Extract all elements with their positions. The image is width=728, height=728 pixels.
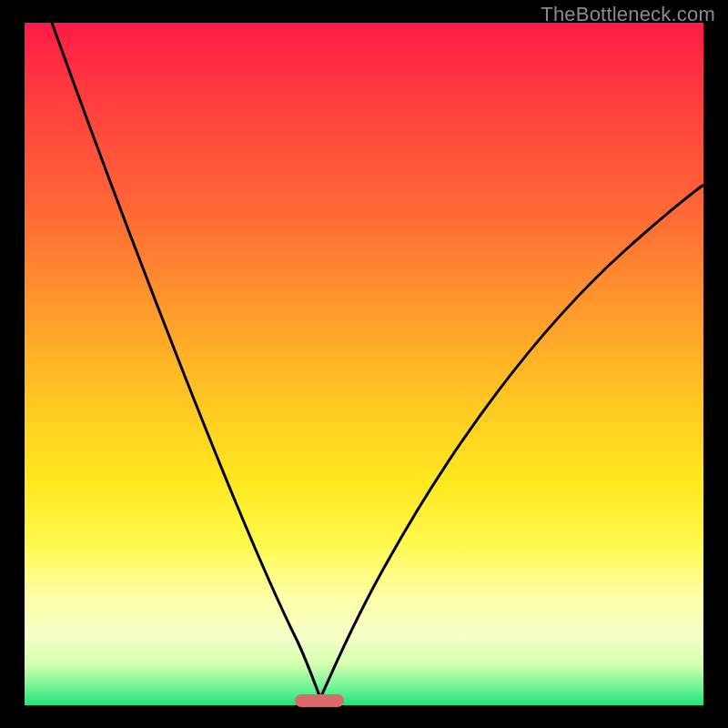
- curve-right-branch: [320, 185, 703, 698]
- optimum-marker: [295, 694, 344, 707]
- plot-area: [25, 23, 703, 705]
- curve-left-branch: [52, 23, 320, 698]
- chart-frame: TheBottleneck.com: [0, 0, 728, 728]
- bottleneck-curve: [25, 23, 703, 705]
- watermark-text: TheBottleneck.com: [541, 3, 715, 26]
